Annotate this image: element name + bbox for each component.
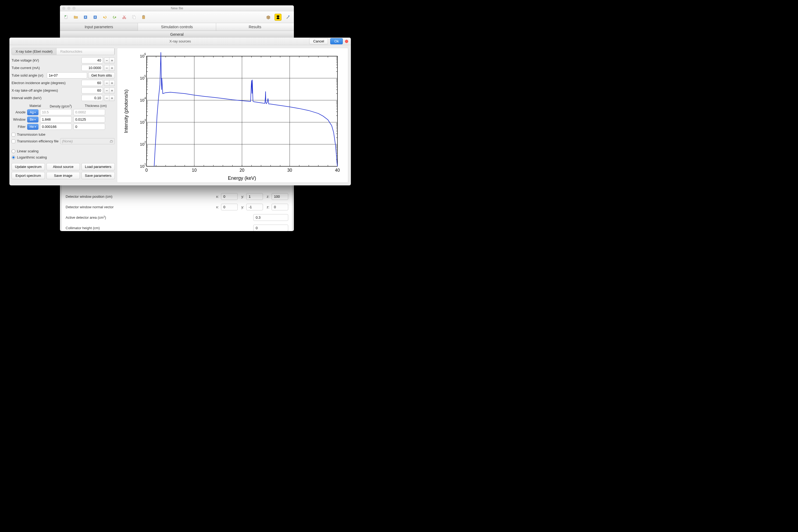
svg-rect-8: [133, 16, 135, 19]
svg-text:6: 6: [144, 53, 146, 56]
dialog-close-icon[interactable]: [345, 40, 348, 43]
svg-text:10: 10: [140, 120, 144, 125]
takeoff-angle-input[interactable]: [81, 87, 103, 94]
ok-button[interactable]: Ok: [330, 38, 343, 44]
thickness-input-2[interactable]: [73, 124, 105, 130]
svg-text:40: 40: [335, 168, 340, 172]
copy-icon[interactable]: [130, 14, 137, 21]
svg-text:2: 2: [144, 141, 146, 144]
tube-current-input[interactable]: [81, 65, 103, 71]
svg-text:3: 3: [144, 119, 146, 122]
log-scaling-radio[interactable]: [12, 156, 15, 159]
trans-eff-file-label: Transmission efficiency file: [17, 139, 59, 143]
about-source-button[interactable]: About source: [47, 163, 80, 170]
xray-sources-dialog: X-ray sources Cancel Ok X-ray tube (Ebel…: [10, 38, 351, 185]
det-pos-x[interactable]: [221, 193, 238, 200]
svg-text:10: 10: [140, 76, 144, 80]
trans-eff-file-field[interactable]: (None) 🗀: [60, 138, 115, 144]
cut-icon[interactable]: [121, 14, 128, 21]
solid-angle-input[interactable]: [47, 72, 87, 78]
voltage-plus[interactable]: +: [109, 57, 115, 63]
tools-icon[interactable]: [284, 14, 291, 21]
material-select-2[interactable]: He: [27, 124, 38, 130]
density-input-1[interactable]: [40, 116, 72, 122]
density-input-2[interactable]: [40, 124, 72, 130]
svg-point-12: [288, 15, 290, 17]
linear-scaling-radio[interactable]: [12, 149, 15, 153]
tab-radionuclides[interactable]: Radionuclides: [56, 48, 114, 55]
svg-text:10: 10: [140, 54, 144, 58]
electron-angle-input[interactable]: [81, 80, 103, 86]
undo-icon[interactable]: [101, 14, 108, 21]
svg-rect-9: [143, 16, 145, 19]
interval-width-input[interactable]: [81, 95, 103, 101]
tab-input-parameters[interactable]: Input parameters: [60, 23, 138, 31]
get-from-slits-button[interactable]: Get from slits: [88, 72, 115, 78]
paste-icon[interactable]: [140, 14, 147, 21]
detector-area-input[interactable]: [253, 214, 288, 221]
svg-text:10: 10: [140, 142, 144, 147]
voltage-minus[interactable]: −: [104, 57, 109, 63]
file-open-icon[interactable]: 🗀: [109, 139, 113, 143]
density-input-0[interactable]: [40, 109, 72, 115]
material-row-anode: Anode Ag: [12, 109, 115, 115]
package-icon[interactable]: [265, 14, 272, 21]
takeoff-minus[interactable]: −: [104, 88, 109, 94]
det-pos-z[interactable]: [272, 193, 288, 200]
trans-eff-file-checkbox[interactable]: [12, 139, 15, 143]
open-folder-icon[interactable]: [72, 14, 79, 21]
dialog-titlebar: X-ray sources Cancel Ok: [10, 38, 351, 45]
cancel-button[interactable]: Cancel: [309, 38, 328, 44]
det-norm-z[interactable]: [272, 204, 288, 210]
svg-text:5: 5: [144, 75, 146, 78]
thickness-input-0[interactable]: [73, 109, 105, 115]
collimator-row: Collimator height (cm): [66, 225, 288, 231]
tab-results[interactable]: Results: [216, 23, 294, 31]
svg-text:1: 1: [144, 163, 146, 166]
det-norm-y[interactable]: [246, 204, 263, 210]
svg-text:10: 10: [140, 98, 144, 102]
takeoff-plus[interactable]: +: [109, 88, 115, 94]
load-parameters-button[interactable]: Load parameters: [81, 163, 115, 170]
tab-xray-tube[interactable]: X-ray tube (Ebel model): [12, 48, 56, 55]
eangle-minus[interactable]: −: [104, 80, 109, 86]
svg-text:4: 4: [144, 97, 146, 100]
action-buttons: Update spectrum About source Load parame…: [12, 163, 115, 179]
spectrum-chart: 010203040101102103104105106Energy (keV)I…: [117, 48, 348, 183]
interval-minus[interactable]: −: [104, 95, 109, 101]
radiation-icon[interactable]: [275, 14, 281, 21]
source-type-tabs: X-ray tube (Ebel model) Radionuclides: [12, 48, 115, 55]
save-as-icon[interactable]: [92, 14, 99, 21]
material-select-1[interactable]: Be: [27, 117, 38, 122]
tube-current-label: Tube current (mA): [12, 66, 80, 70]
eangle-plus[interactable]: +: [109, 80, 115, 86]
tube-voltage-label: Tube voltage (kV): [12, 58, 80, 62]
solid-angle-label: Tube solid angle (sr): [12, 73, 46, 77]
save-icon[interactable]: [82, 14, 89, 21]
mat-hdr-material: Material: [27, 104, 43, 108]
new-file-icon[interactable]: +: [63, 14, 70, 21]
transmission-tube-checkbox[interactable]: [12, 133, 15, 136]
collimator-input[interactable]: [253, 225, 288, 231]
svg-text:0: 0: [146, 168, 148, 172]
svg-rect-10: [143, 15, 144, 16]
thickness-input-1[interactable]: [73, 116, 105, 122]
svg-text:+: +: [65, 16, 66, 17]
update-spectrum-button[interactable]: Update spectrum: [12, 163, 45, 170]
save-parameters-button[interactable]: Save parameters: [81, 172, 115, 179]
save-image-button[interactable]: Save image: [47, 172, 80, 179]
redo-icon[interactable]: [111, 14, 118, 21]
det-pos-y[interactable]: [246, 193, 263, 200]
current-plus[interactable]: +: [109, 65, 115, 71]
material-select-0[interactable]: Ag: [27, 109, 38, 115]
tube-voltage-input[interactable]: [81, 57, 103, 63]
material-row-filter: Filter He: [12, 124, 115, 130]
det-norm-x[interactable]: [221, 204, 238, 210]
parameters-pane: X-ray tube (Ebel model) Radionuclides Tu…: [10, 45, 117, 185]
main-window-title: New file: [60, 6, 294, 10]
tab-simulation-controls[interactable]: Simulation controls: [138, 23, 216, 31]
transmission-tube-label: Transmission tube: [17, 132, 45, 136]
export-spectrum-button[interactable]: Export spectrum: [12, 172, 45, 179]
current-minus[interactable]: −: [104, 65, 109, 71]
interval-plus[interactable]: +: [109, 95, 115, 101]
